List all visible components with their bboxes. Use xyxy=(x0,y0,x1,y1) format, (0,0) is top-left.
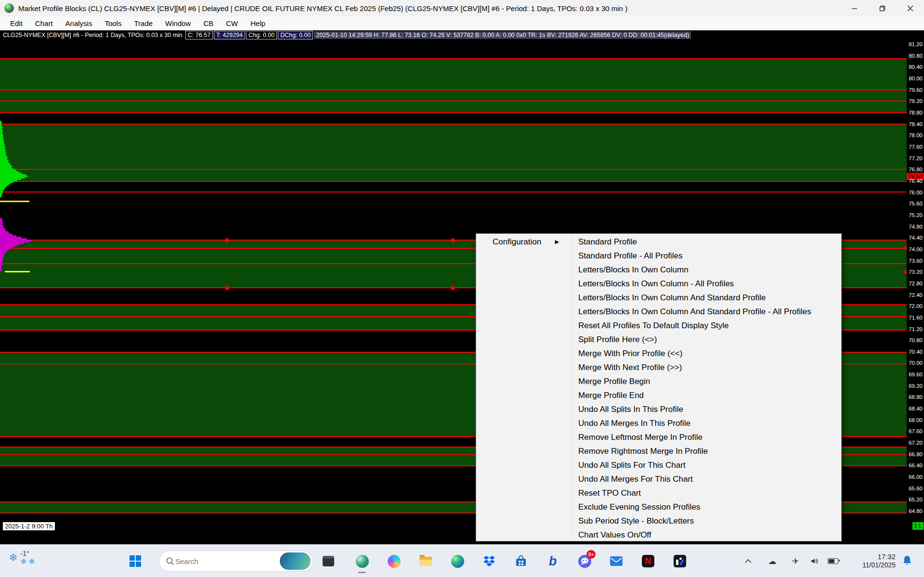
price-label: 66.80 xyxy=(909,451,923,458)
session-band xyxy=(0,124,907,181)
tray-airplane-mode[interactable]: ✈ xyxy=(787,553,804,569)
running-indicator xyxy=(358,572,366,573)
context-menu-item[interactable]: Undo All Splits For This Chart xyxy=(573,458,841,472)
folder-icon xyxy=(419,557,432,566)
context-menu-item[interactable]: Letters/Blocks In Own Column xyxy=(573,263,841,277)
clock-time: 17:32 xyxy=(851,552,896,561)
context-menu-item[interactable]: Undo All Merges For This Chart xyxy=(573,472,841,486)
price-label: 67.60 xyxy=(909,428,923,435)
time-axis-label: 2025-1-2 9:00 Th xyxy=(3,522,55,530)
context-menu-item[interactable]: Exclude Evening Session Profiles xyxy=(573,500,841,514)
taskbar-app-desktop-window[interactable] xyxy=(315,548,341,574)
minimize-button[interactable] xyxy=(840,0,868,16)
context-menu-item[interactable]: Undo All Merges In This Profile xyxy=(573,416,841,430)
taskbar-app-bing[interactable]: b xyxy=(540,548,566,574)
search-input[interactable] xyxy=(174,557,280,566)
context-menu-item[interactable]: Reset TPO Chart xyxy=(573,486,841,500)
context-menu-item[interactable]: Merge With Next Profile (>>) xyxy=(573,360,841,374)
context-menu-item[interactable]: Standard Profile xyxy=(573,235,841,249)
price-label: 72.80 xyxy=(909,280,923,287)
menu-item-analysis[interactable]: Analysis xyxy=(59,19,99,27)
context-menu-item[interactable]: Split Profile Here (<>) xyxy=(573,333,841,346)
context-menu-item[interactable]: Standard Profile - All Profiles xyxy=(573,249,841,263)
close-button[interactable] xyxy=(896,0,924,16)
tray-volume[interactable] xyxy=(807,553,823,569)
taskbar-app-mail[interactable] xyxy=(603,548,629,574)
period-boundary-line xyxy=(0,101,907,102)
cloud-icon: ☁ xyxy=(768,557,777,565)
menu-item-chart[interactable]: Chart xyxy=(29,19,59,27)
tray-onedrive[interactable]: ☁ xyxy=(764,553,781,569)
search-highlight-image[interactable] xyxy=(280,552,311,570)
period-dot xyxy=(225,286,229,290)
minimize-icon xyxy=(851,5,858,12)
dropbox-icon xyxy=(483,555,495,567)
netflix-icon: N xyxy=(642,555,654,567)
notification-badge: 9+ xyxy=(586,550,596,559)
last-price-value: C: 76.57 xyxy=(185,31,213,39)
mail-icon xyxy=(610,556,623,566)
context-menu-item-configuration[interactable]: Configuration ▶ xyxy=(476,235,573,249)
tray-battery[interactable] xyxy=(825,553,841,569)
taskbar-app-file-explorer[interactable] xyxy=(413,548,439,574)
price-scale[interactable]: 76.57 81.2080.8080.4080.0079.6079.2078.8… xyxy=(907,30,924,544)
taskbar-weather-widget[interactable]: ❄ -1° ❄ ❄ xyxy=(9,550,35,566)
taskbar-app-dropbox[interactable] xyxy=(476,548,502,574)
taskbar-app-copilot[interactable] xyxy=(381,548,407,574)
taskbar-app-edge[interactable] xyxy=(444,548,470,574)
price-label: 69.60 xyxy=(909,371,923,378)
taskbar-search[interactable] xyxy=(159,551,313,572)
microsoft-store-icon xyxy=(515,555,527,567)
period-dot xyxy=(451,286,455,290)
context-menu-item[interactable]: Merge Profile End xyxy=(573,388,841,402)
tray-clock[interactable]: 17:32 11/01/2025 xyxy=(851,552,896,569)
context-menu-item[interactable]: Letters/Blocks In Own Column And Standar… xyxy=(573,291,841,305)
context-menu-item[interactable]: Letters/Blocks In Own Column And Standar… xyxy=(573,305,841,319)
menu-item-cb[interactable]: CB xyxy=(197,19,220,27)
tray-notifications[interactable] xyxy=(901,555,913,568)
submenu-arrow-icon: ▶ xyxy=(555,239,559,245)
context-menu: Configuration ▶ Standard ProfileStandard… xyxy=(476,233,842,541)
taskbar-app-tradingview[interactable] xyxy=(667,548,693,574)
menu-item-help[interactable]: Help xyxy=(244,19,272,27)
copilot-icon xyxy=(388,555,401,568)
daily-change-value: DChg: 0.00 xyxy=(278,31,313,39)
close-icon xyxy=(907,5,913,12)
price-label: 71.20 xyxy=(909,326,923,333)
price-label: 77.20 xyxy=(909,155,923,162)
speaker-icon xyxy=(810,557,819,565)
chart-info-bar: CLG25-NYMEX [CBV][M] #6 - Period: 1 Days… xyxy=(1,31,691,39)
price-label: 76.80 xyxy=(909,166,923,173)
context-submenu-items: Standard ProfileStandard Profile - All P… xyxy=(573,235,841,542)
price-label: 75.20 xyxy=(909,212,923,218)
context-menu-item[interactable]: Reset All Profiles To Default Display St… xyxy=(573,319,841,333)
search-icon xyxy=(166,557,174,565)
price-label: 76.00 xyxy=(909,189,923,196)
taskbar-app-chart-running[interactable] xyxy=(349,548,375,574)
menu-item-window[interactable]: Window xyxy=(159,19,197,27)
period-dot xyxy=(225,238,229,243)
price-label: 69.20 xyxy=(909,383,923,389)
menu-item-cw[interactable]: CW xyxy=(220,19,244,27)
menu-item-edit[interactable]: Edit xyxy=(4,19,29,27)
menu-item-tools[interactable]: Tools xyxy=(98,19,128,27)
context-menu-item[interactable]: Chart Values On/Off xyxy=(573,528,841,542)
taskbar-app-chat[interactable]: 9+ xyxy=(572,548,598,574)
period-boundary-line xyxy=(0,192,907,192)
context-menu-item[interactable]: Letters/Blocks In Own Column - All Profi… xyxy=(573,277,841,291)
notification-bell-icon xyxy=(901,555,913,566)
snowflake-icon: ❄ xyxy=(9,552,17,563)
start-button[interactable] xyxy=(122,548,148,574)
menu-item-trade[interactable]: Trade xyxy=(128,19,159,27)
taskbar-app-netflix[interactable]: N xyxy=(635,548,661,574)
context-menu-item[interactable]: Merge Profile Begin xyxy=(573,374,841,388)
context-menu-item[interactable]: Merge With Prior Profile (<<) xyxy=(573,346,841,360)
context-menu-item[interactable]: Remove Leftmost Merge In Profile xyxy=(573,430,841,444)
context-menu-item[interactable]: Undo All Splits In This Profile xyxy=(573,402,841,416)
restore-button[interactable] xyxy=(868,0,896,16)
taskbar-app-store[interactable] xyxy=(508,548,534,574)
period-boundary-line xyxy=(0,169,907,170)
context-menu-item[interactable]: Remove Rightmost Merge In Profile xyxy=(573,444,841,458)
tray-show-hidden-icons[interactable] xyxy=(740,553,756,569)
context-menu-item[interactable]: Sub Period Style - Block/Letters xyxy=(573,514,841,528)
